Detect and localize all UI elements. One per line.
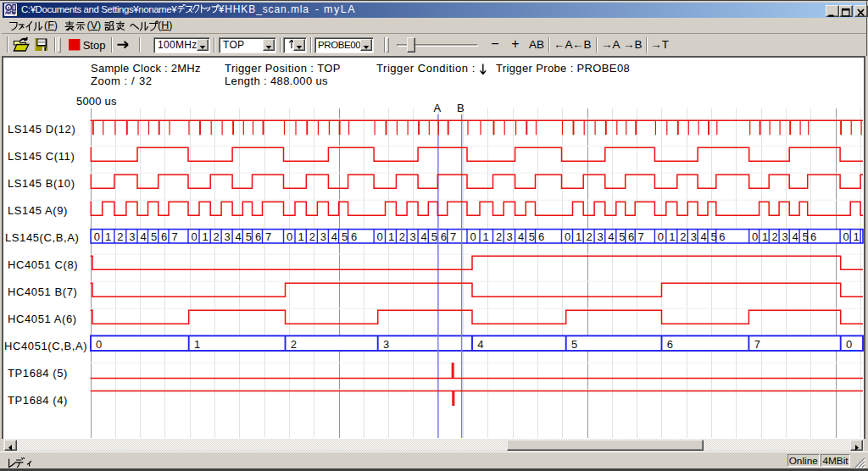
svg-text:6: 6 — [441, 230, 447, 243]
svg-text:1: 1 — [202, 230, 208, 243]
svg-text:1: 1 — [105, 230, 111, 243]
svg-text:5: 5 — [529, 230, 535, 243]
svg-text:4: 4 — [235, 230, 241, 243]
svg-text:5: 5 — [802, 230, 808, 243]
svg-text:HC4051(C,B,A): HC4051(C,B,A) — [4, 340, 87, 352]
svg-text:LS145 D(12): LS145 D(12) — [8, 123, 75, 136]
svg-text:0: 0 — [565, 230, 570, 243]
svg-text:7: 7 — [754, 338, 760, 351]
svg-text:0: 0 — [658, 230, 664, 243]
svg-text:5000 us: 5000 us — [76, 95, 117, 108]
svg-text:5: 5 — [246, 230, 252, 243]
svg-text:6: 6 — [351, 230, 357, 243]
svg-text:32: 32 — [139, 75, 152, 87]
svg-text:0: 0 — [376, 230, 382, 243]
svg-text:Length : 488.000 us: Length : 488.000 us — [225, 75, 328, 87]
svg-text:4: 4 — [331, 230, 337, 243]
svg-text:TP1684 (5): TP1684 (5) — [8, 367, 68, 380]
svg-text:B: B — [457, 102, 465, 114]
svg-text:1: 1 — [298, 230, 303, 243]
svg-text:0: 0 — [191, 230, 197, 243]
svg-text:Sample Clock : 2MHz: Sample Clock : 2MHz — [91, 62, 201, 75]
svg-text:HC4051 B(7): HC4051 B(7) — [8, 285, 77, 298]
svg-text:0: 0 — [94, 230, 100, 243]
svg-text:4: 4 — [420, 230, 426, 243]
svg-text:0: 0 — [470, 230, 476, 243]
svg-text:2: 2 — [117, 230, 123, 243]
svg-text:0: 0 — [846, 338, 852, 351]
svg-text:1: 1 — [482, 230, 488, 243]
svg-text:7: 7 — [171, 230, 177, 243]
svg-text:LS145 A(9): LS145 A(9) — [8, 204, 68, 217]
svg-text:1: 1 — [388, 230, 394, 243]
svg-text:5: 5 — [571, 338, 577, 351]
svg-text:6: 6 — [255, 230, 261, 243]
svg-text:1: 1 — [194, 338, 200, 351]
svg-text:2: 2 — [309, 230, 315, 243]
svg-text:Trigger Position : TOP: Trigger Position : TOP — [225, 62, 341, 75]
svg-text:HC4051 A(6): HC4051 A(6) — [8, 313, 77, 325]
svg-text:3: 3 — [320, 230, 326, 243]
svg-text:2: 2 — [587, 230, 593, 243]
svg-text:2: 2 — [496, 230, 502, 243]
svg-text:1: 1 — [669, 230, 675, 243]
svg-text:3: 3 — [409, 230, 415, 243]
svg-text:3: 3 — [507, 230, 513, 243]
svg-text:3: 3 — [129, 230, 135, 243]
svg-text:5: 5 — [151, 230, 157, 243]
svg-text:HC4051 C(8): HC4051 C(8) — [8, 258, 78, 271]
svg-text:5: 5 — [431, 230, 437, 243]
svg-text:0: 0 — [96, 338, 102, 351]
svg-text:0: 0 — [843, 230, 849, 243]
svg-text:6: 6 — [161, 230, 167, 243]
svg-text:2: 2 — [214, 230, 220, 243]
svg-text:0: 0 — [287, 230, 292, 243]
svg-text:4: 4 — [608, 230, 614, 243]
svg-text:2: 2 — [399, 230, 405, 243]
svg-text:6: 6 — [810, 230, 816, 243]
svg-text:5: 5 — [342, 230, 348, 243]
svg-text:5: 5 — [619, 230, 625, 243]
svg-text:4: 4 — [700, 230, 706, 243]
svg-text:2: 2 — [680, 230, 686, 243]
svg-text:7: 7 — [450, 230, 456, 243]
svg-text:Zoom : /: Zoom : / — [91, 75, 135, 87]
svg-text:LS145 C(11): LS145 C(11) — [8, 150, 75, 163]
svg-text:4: 4 — [518, 230, 524, 243]
svg-text:2: 2 — [772, 230, 778, 243]
svg-text:Trigger Probe : PROBE08: Trigger Probe : PROBE08 — [496, 62, 630, 75]
svg-text:4: 4 — [477, 338, 483, 351]
svg-text:7: 7 — [638, 230, 644, 243]
svg-text:7: 7 — [265, 230, 271, 243]
svg-text:1: 1 — [762, 230, 768, 243]
svg-text:3: 3 — [383, 338, 389, 351]
svg-text:4: 4 — [140, 230, 146, 243]
svg-text:TP1684 (4): TP1684 (4) — [8, 394, 68, 407]
svg-text:3: 3 — [224, 230, 230, 243]
svg-text:4: 4 — [793, 230, 798, 243]
svg-text:6: 6 — [538, 230, 544, 243]
svg-text:LS145 B(10): LS145 B(10) — [8, 177, 75, 190]
svg-text:2: 2 — [291, 338, 297, 351]
svg-text:Trigger Condition :: Trigger Condition : — [376, 62, 476, 75]
svg-text:LS145(C,B,A): LS145(C,B,A) — [5, 231, 79, 244]
svg-text:6: 6 — [667, 338, 673, 351]
svg-text:6: 6 — [628, 230, 634, 243]
svg-text:5: 5 — [710, 230, 716, 243]
svg-text:6: 6 — [719, 230, 725, 243]
svg-text:0: 0 — [752, 230, 758, 243]
svg-text:A: A — [434, 102, 442, 114]
svg-text:3: 3 — [691, 230, 697, 243]
svg-text:1: 1 — [576, 230, 581, 243]
svg-text:1: 1 — [854, 230, 860, 243]
svg-text:3: 3 — [782, 230, 787, 243]
svg-text:3: 3 — [597, 230, 603, 243]
